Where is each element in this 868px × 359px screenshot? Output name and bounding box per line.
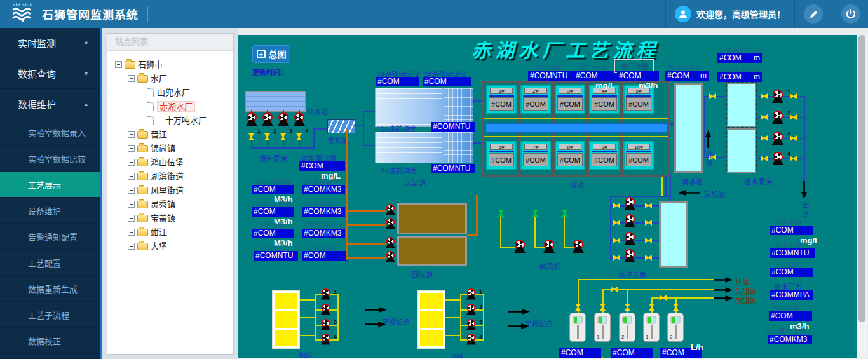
- submenu-process-subflow[interactable]: 工艺子流程: [0, 302, 100, 328]
- pump-number: 4: [305, 128, 308, 134]
- tree-node-town[interactable]: 锦尚镇: [109, 141, 233, 155]
- valve-icon: [790, 156, 797, 161]
- tree-node-plant-shandou[interactable]: 山兜水厂: [109, 85, 233, 99]
- top-bar: shi shui 石狮管网监测系统 欢迎您，高级管理员！: [0, 0, 868, 28]
- tree-node-town[interactable]: 大堡: [109, 239, 233, 253]
- blower-pump: [542, 240, 556, 253]
- valve-icon: [660, 295, 667, 301]
- collapse-icon[interactable]: [128, 187, 135, 194]
- src-turbidity-value: #COMNTU: [254, 251, 298, 261]
- chlorine-sup-arrow-icon: [705, 130, 712, 148]
- tree-node-city[interactable]: 石狮市: [109, 57, 233, 71]
- valve-icon: [790, 135, 797, 141]
- valve-icon: [625, 304, 630, 311]
- submenu-process-config[interactable]: 工艺配置: [0, 250, 100, 276]
- collapse-icon[interactable]: [128, 243, 135, 250]
- alum-pump: [320, 319, 332, 330]
- chlorine-arrow-icon: [714, 276, 733, 283]
- post-chlor-arrow-icon: [677, 189, 700, 196]
- clear-tank-level-value: #COMm: [665, 71, 709, 81]
- menu-data-maintenance[interactable]: 数据维护 ▲: [0, 89, 100, 119]
- alum-pump: [320, 304, 332, 315]
- pump-number: 1: [479, 288, 482, 295]
- submenu-lab-data-compare[interactable]: 实验室数据比较: [0, 146, 100, 172]
- valve-icon: [761, 93, 768, 99]
- alkali-tanks: [417, 290, 445, 349]
- backwash-pump: [623, 214, 637, 227]
- collapse-icon[interactable]: [128, 215, 135, 222]
- valve-icon: [613, 255, 620, 261]
- suction-well: [727, 128, 756, 173]
- valve-icon: [645, 255, 652, 261]
- collapse-icon[interactable]: [128, 201, 135, 208]
- submenu-device-maintenance[interactable]: 设备维护: [0, 198, 100, 224]
- user-avatar-icon: [675, 6, 691, 22]
- valve-icon: [264, 133, 270, 140]
- submenu-data-correction[interactable]: 数据校正: [0, 328, 100, 354]
- filter-unit: 1##COM: [486, 85, 517, 114]
- chlorinator: 1: [594, 313, 611, 342]
- app-title: 石狮管网监测系统: [42, 6, 139, 22]
- tree-node-plant-chihu[interactable]: 赤湖水厂: [109, 99, 233, 113]
- collapse-icon[interactable]: [128, 229, 135, 236]
- in-flow1-value: #COM: [252, 185, 294, 194]
- valve-icon: [562, 210, 567, 217]
- edit-button[interactable]: [804, 4, 823, 24]
- submenu-lab-data-entry[interactable]: 实验室数据录入: [0, 119, 100, 146]
- menu-data-query[interactable]: 数据查询 ▼: [0, 58, 100, 89]
- collapse-icon[interactable]: [128, 159, 135, 166]
- post-turbidity-value: #COMNTU: [528, 71, 574, 81]
- overview-button[interactable]: 总图: [252, 45, 290, 63]
- folder-icon: [137, 131, 148, 139]
- storage-tank-label: 储水池: [307, 106, 328, 116]
- dosing-point-label: 至投加点: [382, 316, 410, 327]
- suction-well: [727, 83, 756, 127]
- folder-icon: [137, 159, 148, 166]
- brand: shi shui 石狮管网监测系统: [0, 0, 157, 28]
- tree-node-town[interactable]: 蚶江: [109, 225, 233, 239]
- tree-node-plant-200k[interactable]: 二十万吨水厂: [109, 113, 233, 127]
- collapse-icon[interactable]: [115, 61, 122, 68]
- cum-flow2-value: #COMKM3: [302, 207, 345, 217]
- tree-node-town[interactable]: 风里街道: [109, 183, 233, 197]
- alkali-pump: [465, 288, 477, 300]
- scrollbar-track[interactable]: [857, 35, 867, 358]
- folder-icon: [137, 201, 148, 208]
- pre-filter-turbidity1-value: #COMNTU: [431, 122, 475, 132]
- out-pressure-value: #COMMPA: [770, 290, 813, 300]
- tree-node-town[interactable]: 湖滨街道: [109, 169, 233, 183]
- backwash-pump: [623, 232, 637, 245]
- tree-node-waterworks[interactable]: 水厂: [109, 71, 233, 85]
- tree-node-town[interactable]: 晋江: [109, 127, 233, 141]
- blower-pump: [513, 240, 527, 253]
- tree-node-town[interactable]: 鸿山伍堡: [109, 155, 233, 169]
- filter-unit: 3##COM: [555, 85, 585, 114]
- submenu-alarm-notify-config[interactable]: 告警通知配置: [0, 224, 100, 250]
- submenu-process-display[interactable]: 工艺展示: [0, 172, 100, 198]
- valve-icon: [761, 156, 768, 161]
- backwash-tank: [659, 201, 688, 268]
- folder-icon: [137, 229, 148, 236]
- in-flow2-value: #COM: [252, 207, 294, 217]
- menu-realtime-monitoring[interactable]: 实时监测 ▼: [0, 28, 100, 58]
- lift-pump: [276, 112, 290, 126]
- lift-pump: [261, 112, 275, 126]
- delivery-pump: [771, 90, 785, 103]
- power-button[interactable]: [841, 4, 860, 24]
- collapse-icon[interactable]: [128, 145, 135, 152]
- valve-icon: [248, 133, 254, 140]
- filter-unit: 9##COM: [589, 141, 620, 170]
- folder-icon: [125, 61, 135, 69]
- chevron-down-icon: ▼: [83, 71, 89, 77]
- collapse-icon[interactable]: [128, 75, 135, 82]
- submenu-data-regenerate[interactable]: 数据重新生成: [0, 276, 100, 302]
- alkali-pump: [465, 334, 477, 345]
- scrollbar-thumb[interactable]: [858, 35, 865, 322]
- tree-node-town[interactable]: 宝盖镇: [109, 211, 233, 225]
- chlorine-sup-feed-label: 补氯: [735, 276, 749, 287]
- scd1-value: #COM: [376, 77, 419, 86]
- tree-node-town[interactable]: 灵秀镇: [109, 197, 233, 211]
- chlorinator: 2: [619, 313, 635, 342]
- collapse-icon[interactable]: [128, 173, 135, 180]
- collapse-icon[interactable]: [128, 131, 135, 138]
